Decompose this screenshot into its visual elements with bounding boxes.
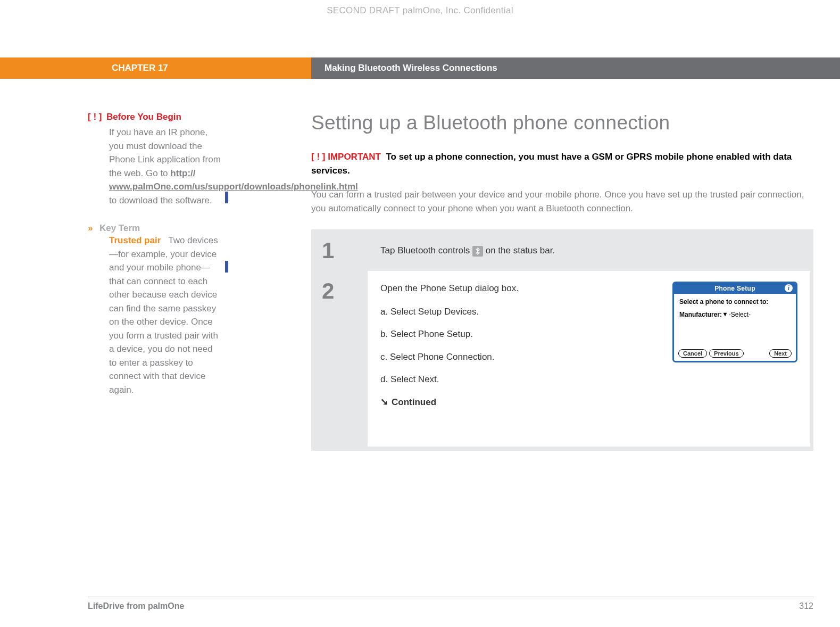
- manufacturer-label: Manufacturer:: [679, 311, 722, 318]
- step-row: 1 Tap Bluetooth controls on the status b…: [312, 230, 810, 271]
- phone-setup-dialog: Phone Setup i Select a phone to connect …: [672, 282, 797, 362]
- alert-marker: [ ! ]: [88, 112, 102, 122]
- main-content: Setting up a Bluetooth phone connection …: [237, 112, 813, 451]
- key-term-label: Key Term: [99, 223, 140, 233]
- steps-table: 1 Tap Bluetooth controls on the status b…: [311, 229, 813, 451]
- key-term-marker: »: [88, 223, 93, 233]
- step-number: 2: [312, 271, 360, 447]
- page-number: 312: [799, 601, 813, 611]
- before-you-begin-block: [ ! ] Before You Begin If you have an IR…: [88, 112, 221, 207]
- revision-bar-icon: [225, 192, 228, 203]
- cancel-button[interactable]: Cancel: [678, 349, 707, 358]
- next-button[interactable]: Next: [769, 349, 792, 358]
- important-label: IMPORTANT: [328, 152, 381, 162]
- step-row: 2 Open the Phone Setup dialog box. a. Se…: [312, 271, 810, 447]
- list-item: b. Select Phone Setup.: [380, 327, 651, 341]
- dialog-title: Phone Setup: [714, 285, 755, 292]
- confidential-watermark: SECOND DRAFT palmOne, Inc. Confidential: [0, 5, 840, 16]
- dialog-titlebar: Phone Setup i: [674, 283, 796, 294]
- intro-paragraph: You can form a trusted pair between your…: [311, 188, 813, 216]
- list-item: a. Select Setup Devices.: [380, 305, 651, 319]
- before-you-begin-body: If you have an IR phone, you must downlo…: [88, 126, 221, 207]
- step-number: 1: [312, 230, 360, 271]
- step-1-text: Tap Bluetooth controls on the status bar…: [380, 244, 797, 258]
- important-note: [ ! ] IMPORTANT To set up a phone connec…: [311, 150, 813, 177]
- sidebar: [ ! ] Before You Begin If you have an IR…: [88, 112, 237, 451]
- list-item: c. Select Phone Connection.: [380, 350, 651, 364]
- previous-button[interactable]: Previous: [709, 349, 743, 358]
- continued-indicator: ➘ Continued: [380, 395, 651, 410]
- bluetooth-icon: [472, 246, 483, 257]
- page-footer: LifeDrive from palmOne 312: [88, 597, 813, 611]
- alert-marker: [ ! ]: [311, 152, 325, 162]
- product-name: LifeDrive from palmOne: [88, 601, 184, 611]
- info-icon[interactable]: i: [785, 284, 793, 292]
- key-term-block: » Key Term Trusted pair Two devices—for …: [88, 223, 221, 397]
- manufacturer-dropdown[interactable]: -Select-: [729, 311, 751, 318]
- revision-bar-icon: [225, 261, 228, 273]
- dropdown-icon[interactable]: ▾: [723, 310, 727, 318]
- step-2-text: Open the Phone Setup dialog box. a. Sele…: [380, 282, 651, 410]
- list-item: d. Select Next.: [380, 373, 651, 386]
- chapter-header: CHAPTER 17 Making Bluetooth Wireless Con…: [0, 57, 840, 79]
- byb-body-pre: If you have an IR phone, you must downlo…: [109, 127, 221, 178]
- key-term-term: Trusted pair: [109, 235, 161, 245]
- continued-arrow-icon: ➘: [380, 395, 388, 410]
- before-you-begin-title: Before You Begin: [106, 112, 181, 122]
- dialog-prompt: Select a phone to connect to:: [679, 298, 791, 306]
- manufacturer-row: Manufacturer: ▾ -Select-: [679, 311, 791, 318]
- byb-body-post: to download the software.: [109, 195, 212, 205]
- important-text: To set up a phone connection, you must h…: [311, 152, 792, 176]
- chapter-number: CHAPTER 17: [0, 57, 311, 79]
- step-2-substeps: a. Select Setup Devices. b. Select Phone…: [380, 305, 651, 386]
- key-term-definition: Two devices—for example, your device and…: [109, 235, 218, 395]
- section-heading: Setting up a Bluetooth phone connection: [311, 112, 813, 134]
- chapter-title: Making Bluetooth Wireless Connections: [311, 57, 840, 79]
- step-2-intro: Open the Phone Setup dialog box.: [380, 282, 651, 295]
